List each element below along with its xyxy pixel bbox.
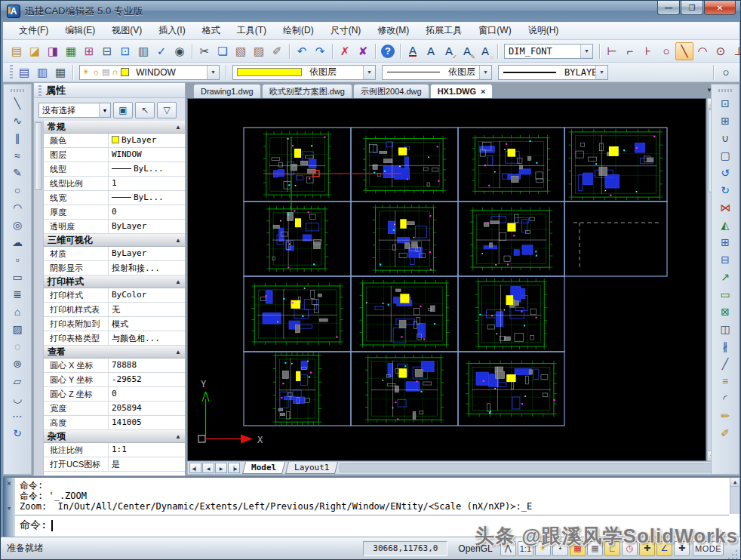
floor-plan[interactable] bbox=[470, 208, 553, 270]
lamp-toggle[interactable]: ☀ bbox=[535, 541, 551, 556]
hatch-button[interactable]: ▨ bbox=[8, 320, 26, 337]
spell-check-button[interactable]: ✓ bbox=[152, 42, 171, 60]
tab-model[interactable]: Model bbox=[242, 462, 285, 474]
regen-button[interactable]: ↻ bbox=[8, 424, 26, 442]
menu-dimension[interactable]: 尺寸(N) bbox=[322, 22, 370, 39]
dim-font-combo[interactable]: DIM_FONT▼ bbox=[504, 44, 593, 59]
tab-hx1[interactable]: HX1.DWG× bbox=[430, 84, 493, 98]
prop-value-plot-table-type[interactable]: 与颜色相... bbox=[109, 331, 185, 345]
menu-modify[interactable]: 修改(M) bbox=[369, 22, 417, 39]
print-button[interactable]: ⊟ bbox=[98, 42, 116, 60]
linetype-combo[interactable]: 依图层▼ bbox=[382, 65, 492, 80]
color-combo[interactable]: 依图层▼ bbox=[232, 65, 376, 80]
prop-value-lineweight[interactable]: ByL... bbox=[109, 191, 185, 205]
lineweight-combo[interactable]: BYLAYER▼ bbox=[498, 65, 608, 80]
floor-plan[interactable] bbox=[360, 280, 450, 348]
collapse-arrow-icon[interactable]: ▲ bbox=[175, 278, 181, 285]
save-file-button[interactable]: ◨ bbox=[44, 42, 62, 60]
menu-tools[interactable]: 工具(T) bbox=[229, 22, 275, 39]
model-scroll-track[interactable] bbox=[340, 463, 713, 472]
maximize-button[interactable]: ❐ bbox=[681, 1, 703, 15]
text-find-button[interactable]: A◌ bbox=[476, 42, 494, 60]
dim-baseline-button[interactable]: ⊦ bbox=[639, 42, 657, 60]
rotate-cw-button[interactable]: ↻ bbox=[716, 181, 734, 198]
prop-value-center-x[interactable]: 78888 bbox=[109, 358, 185, 372]
select-objects-button[interactable]: ↖ bbox=[135, 102, 155, 118]
dim-radius-button[interactable]: ○ bbox=[657, 42, 675, 60]
floor-plan[interactable] bbox=[373, 205, 437, 273]
scale-1-1-toggle[interactable]: 1:1 bbox=[518, 541, 533, 556]
drawing-canvas[interactable]: YX bbox=[187, 98, 706, 461]
prop-value-annotation-scale[interactable]: 1:1 bbox=[109, 443, 185, 457]
help-button[interactable]: ? bbox=[381, 45, 395, 58]
fillet-button[interactable]: ◜ bbox=[716, 389, 734, 407]
floor-plan[interactable] bbox=[251, 283, 343, 345]
text-single-button[interactable]: A bbox=[422, 42, 440, 60]
arc-3point-button[interactable]: ◡ bbox=[8, 389, 26, 407]
tab-layout1[interactable]: Layout1 bbox=[285, 462, 338, 474]
floor-plan[interactable] bbox=[569, 129, 663, 200]
collapse-arrow-icon[interactable]: ▲ bbox=[175, 349, 181, 355]
tab-example-2004[interactable]: 示例图2004.dwg bbox=[353, 84, 429, 98]
snap-toggle[interactable]: ⋀ bbox=[500, 541, 516, 556]
prop-value-color[interactable]: ByLayer bbox=[109, 134, 185, 147]
rotate-ccw-button[interactable]: ↺ bbox=[716, 164, 734, 181]
mtext-button[interactable]: ≣ bbox=[8, 285, 26, 303]
quick-select-button[interactable]: ▣ bbox=[113, 102, 133, 118]
prop-value-plot-style-table[interactable]: 无 bbox=[109, 303, 185, 316]
floor-plan[interactable] bbox=[472, 135, 551, 195]
prop-value-height[interactable]: 141005 bbox=[109, 416, 185, 429]
floor-plan[interactable] bbox=[273, 352, 322, 425]
print-preview-button[interactable]: ⊡ bbox=[116, 42, 134, 60]
section-header-view[interactable]: 查看▲ bbox=[44, 346, 185, 358]
panel-grip[interactable] bbox=[38, 85, 42, 96]
redo-button[interactable]: ↷ bbox=[311, 42, 329, 60]
export-acis-button[interactable]: ▦ bbox=[62, 42, 80, 60]
circle-tool-button[interactable]: ○ bbox=[717, 63, 735, 82]
line-button[interactable]: ╲ bbox=[8, 94, 26, 112]
mirror-axis-button[interactable]: ◭ bbox=[716, 216, 734, 233]
divide-button[interactable]: ≡ bbox=[716, 372, 734, 389]
ortho-toggle[interactable]: ∟ bbox=[604, 541, 620, 556]
command-window[interactable]: × ▼ 命令:命令: '_.ZOOMZoom: In/Out/All/Cente… bbox=[3, 476, 739, 537]
command-input[interactable]: 命令: bbox=[20, 518, 53, 532]
menu-format[interactable]: 格式 bbox=[194, 22, 229, 39]
toolbar-grip[interactable] bbox=[718, 89, 732, 92]
ellipse-button[interactable]: ◎ bbox=[8, 216, 26, 233]
collapse-arrow-icon[interactable]: ▲ bbox=[175, 237, 181, 244]
floor-plan[interactable] bbox=[263, 131, 331, 198]
undo-button[interactable]: ↶ bbox=[293, 42, 311, 60]
paste-special-button[interactable]: ▨ bbox=[250, 42, 268, 60]
floor-plan[interactable] bbox=[475, 278, 547, 349]
revision-cloud-button[interactable]: ☁ bbox=[8, 233, 26, 251]
dim-perpendicular-button[interactable]: ⊥ bbox=[730, 42, 741, 60]
dim-diameter-button[interactable]: ⊙ bbox=[712, 42, 730, 60]
spline-edit-button[interactable]: ✐ bbox=[716, 424, 734, 442]
prop-value-shadow-display[interactable]: 投射和接... bbox=[109, 261, 185, 275]
prop-value-thickness[interactable]: 0 bbox=[109, 205, 185, 219]
stretch-button[interactable]: ↗ bbox=[716, 268, 734, 285]
grid-snap-toggle[interactable]: ▦ bbox=[570, 541, 586, 556]
prop-value-center-y[interactable]: -29652 bbox=[109, 373, 185, 386]
prop-value-material[interactable]: ByLayer bbox=[109, 247, 185, 260]
purge-button[interactable]: ✘ bbox=[354, 42, 372, 60]
section-header-3d-visualization[interactable]: 三维可视化▲ bbox=[44, 234, 185, 247]
point-button[interactable]: ▫ bbox=[8, 251, 26, 268]
prop-value-layer[interactable]: WINDOW bbox=[109, 148, 185, 162]
plot-export-button[interactable]: ⊞ bbox=[80, 42, 98, 60]
array-button[interactable]: ⊞ bbox=[716, 233, 734, 251]
format-painter-button[interactable]: ✐ bbox=[268, 42, 286, 60]
scroll-up-icon[interactable]: ▲ bbox=[730, 478, 739, 487]
layer-find-button[interactable]: ▦ bbox=[51, 63, 69, 82]
text-edit-button[interactable]: A✎ bbox=[458, 42, 476, 60]
resize-grip[interactable] bbox=[728, 549, 739, 559]
polygon-button[interactable]: ⌂ bbox=[8, 303, 26, 320]
dim-angular-button[interactable]: ◠ bbox=[693, 42, 712, 60]
cut-button[interactable]: ✂ bbox=[195, 42, 214, 60]
command-scrollbar[interactable]: ▲ bbox=[730, 478, 739, 514]
lineweight-combo-arrow-icon[interactable]: ▼ bbox=[595, 66, 607, 79]
minimize-button[interactable]: — bbox=[657, 1, 680, 15]
donut-button[interactable]: ⊚ bbox=[8, 355, 26, 372]
menu-insert[interactable]: 插入(I) bbox=[150, 22, 193, 39]
wipeout-button[interactable]: ▱ bbox=[8, 372, 26, 389]
